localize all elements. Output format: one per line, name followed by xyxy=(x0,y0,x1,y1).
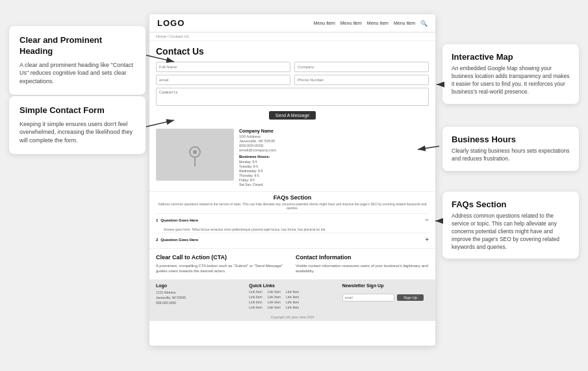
mockup-nav: Menu Item Menu Item Menu Item Menu Item … xyxy=(314,20,428,27)
form-card-title: Simple Contact Form xyxy=(19,105,135,116)
footer-link-col-1: Link Item Link Item Link Item Link Item xyxy=(249,290,262,309)
svg-point-1 xyxy=(193,150,197,154)
faq-q2-left: 2 Question Goes Here xyxy=(156,238,198,242)
footer-link-col-3: Link Item Link Item Link Item Link Item xyxy=(286,290,299,309)
nav-item-1[interactable]: Menu Item xyxy=(314,21,335,25)
faq-card-title: FAQs Section xyxy=(452,199,570,209)
link-1-2[interactable]: Link Item xyxy=(249,295,262,299)
business-info: Company Name 100 Address Janesville, WI … xyxy=(239,129,429,187)
footer-logo-col: Logo 1115 Address Janesville, WI 53545 6… xyxy=(156,283,242,309)
faq-title: FAQs Section xyxy=(156,194,429,201)
mockup-header: LOGO Menu Item Menu Item Menu Item Menu … xyxy=(149,14,435,32)
hours-wed: Wednesday: 9-5 xyxy=(239,169,429,173)
footer-address-1: 1115 Address xyxy=(156,290,242,295)
company-name: Company Name xyxy=(239,129,429,133)
hours-tue: Tuesday: 9-5 xyxy=(239,164,429,168)
contact-info-description: Visible contact information reassures us… xyxy=(296,263,429,274)
contact-form-section: Contact Us Send A Message xyxy=(149,41,435,125)
link-2-1[interactable]: Link Item xyxy=(268,290,281,294)
link-3-4[interactable]: Link Item xyxy=(286,305,299,309)
faq-card-desc: Address common questions related to the … xyxy=(452,212,570,251)
cta-description: A prominent, compelling CTA button such … xyxy=(156,263,289,274)
hours-sat-sun: Sat-Sun: Closed xyxy=(239,183,429,186)
comments-textarea[interactable] xyxy=(156,88,429,106)
cta-block: Clear Call to Action (CTA) A prominent, … xyxy=(156,254,289,274)
faq-q2-text: Question Goes Here xyxy=(160,238,198,242)
hours-fri: Friday: 9-5 xyxy=(239,178,429,182)
cta-title: Clear Call to Action (CTA) xyxy=(156,254,289,261)
cta-contact-section: Clear Call to Action (CTA) A prominent, … xyxy=(149,248,435,279)
footer-links-title: Quick Links xyxy=(249,283,335,288)
footer-link-col-2: Link Item Link Item Link Item Link Item xyxy=(268,290,281,309)
nav-item-3[interactable]: Menu Item xyxy=(367,21,389,25)
link-1-3[interactable]: Link Item xyxy=(249,300,262,304)
link-1-4[interactable]: Link Item xyxy=(249,305,262,309)
faq-1-answer: Answer goes here. Tellus lectus senectus… xyxy=(156,226,429,233)
footer-links-list: Link Item Link Item Link Item Link Item … xyxy=(249,290,335,309)
link-1-1[interactable]: Link Item xyxy=(249,290,262,294)
send-message-button[interactable]: Send A Message xyxy=(269,111,316,120)
hours-mon: Monday: 9-5 xyxy=(239,160,429,164)
faq-q1-left: 1 Question Goes Here xyxy=(156,218,198,222)
address-line-2: Janesville, WI 53545 xyxy=(239,139,429,143)
nav-item-4[interactable]: Menu Item xyxy=(394,21,415,25)
newsletter-email-input[interactable] xyxy=(342,294,394,301)
footer: Logo 1115 Address Janesville, WI 53545 6… xyxy=(149,279,435,313)
map-icon xyxy=(182,142,208,168)
search-icon[interactable]: 🔍 xyxy=(420,20,428,27)
map-annotation-card: Interactive Map An embedded Google Map s… xyxy=(442,44,579,104)
footer-logo-title: Logo xyxy=(156,283,242,288)
faq-2-expand-icon[interactable]: + xyxy=(425,236,429,243)
faq-1-collapse-icon[interactable]: − xyxy=(425,216,429,224)
address-line-1: 100 Address xyxy=(239,134,429,138)
map-card-desc: An embedded Google Map showing your busi… xyxy=(452,65,570,96)
heading-card-desc: A clear and prominent heading like "Cont… xyxy=(19,61,135,86)
newsletter-signup-button[interactable]: Sign Up xyxy=(397,294,424,301)
mockup-logo: LOGO xyxy=(157,18,185,28)
contact-info-block: Contact Information Visible contact info… xyxy=(296,254,429,274)
heading-card-title: Clear and Prominent Heading xyxy=(19,35,135,57)
email-input[interactable] xyxy=(156,75,290,85)
hours-title: Business Hours: xyxy=(239,155,429,159)
form-annotation-card: Simple Contact Form Keeping it simple en… xyxy=(9,96,146,154)
hours-thu: Thursday: 9-5 xyxy=(239,173,429,177)
nav-item-2[interactable]: Menu Item xyxy=(340,21,362,25)
breadcrumb: Home / Contact Us xyxy=(149,32,435,41)
map-info-section: Company Name 100 Address Janesville, WI … xyxy=(149,125,435,191)
full-name-input[interactable] xyxy=(156,62,290,72)
phone-input[interactable] xyxy=(294,75,429,85)
footer-copyright: Copyright info goes here 2024 xyxy=(149,313,435,321)
faq-section: FAQs Section Address common questions re… xyxy=(149,191,435,248)
hours-card-desc: Clearly stating business hours sets expe… xyxy=(452,147,570,163)
faq-item-1[interactable]: 1 Question Goes Here − xyxy=(156,213,429,226)
link-3-1[interactable]: Link Item xyxy=(286,290,299,294)
footer-address-2: Janesville, WI 53545 xyxy=(156,295,242,300)
link-3-2[interactable]: Link Item xyxy=(286,295,299,299)
faq-num-2: 2 xyxy=(156,238,158,242)
faq-annotation-card: FAQs Section Address common questions re… xyxy=(442,192,579,259)
map-card-title: Interactive Map xyxy=(452,52,570,62)
footer-phone: 608-000-0000 xyxy=(156,300,242,305)
company-phone: 608-000-0000 xyxy=(239,144,429,147)
hours-section: Business Hours: Monday: 9-5 Tuesday: 9-5… xyxy=(239,155,429,187)
faq-q1-text: Question Goes Here xyxy=(160,218,198,222)
map-placeholder xyxy=(156,129,234,181)
hours-card-title: Business Hours xyxy=(452,134,570,144)
link-2-4[interactable]: Link Item xyxy=(268,305,281,309)
faq-item-2[interactable]: 2 Question Goes Here + xyxy=(156,233,429,246)
company-input[interactable] xyxy=(294,62,429,72)
footer-links-col: Quick Links Link Item Link Item Link Ite… xyxy=(249,283,335,309)
heading-annotation-card: Clear and Prominent Heading A clear and … xyxy=(9,26,146,95)
company-email: email@company.com xyxy=(239,148,429,152)
contact-info-title: Contact Information xyxy=(296,254,429,261)
link-2-3[interactable]: Link Item xyxy=(268,300,281,304)
form-row-1 xyxy=(156,62,429,72)
contact-title: Contact Us xyxy=(156,46,429,57)
link-2-2[interactable]: Link Item xyxy=(268,295,281,299)
faq-description: Address common questions related to the … xyxy=(156,202,429,210)
newsletter-title: Newsletter Sign Up xyxy=(342,283,429,288)
faq-num-1: 1 xyxy=(156,218,158,222)
form-row-2 xyxy=(156,75,429,85)
form-card-desc: Keeping it simple ensures users don't fe… xyxy=(19,120,135,145)
link-3-3[interactable]: Link Item xyxy=(286,300,299,304)
